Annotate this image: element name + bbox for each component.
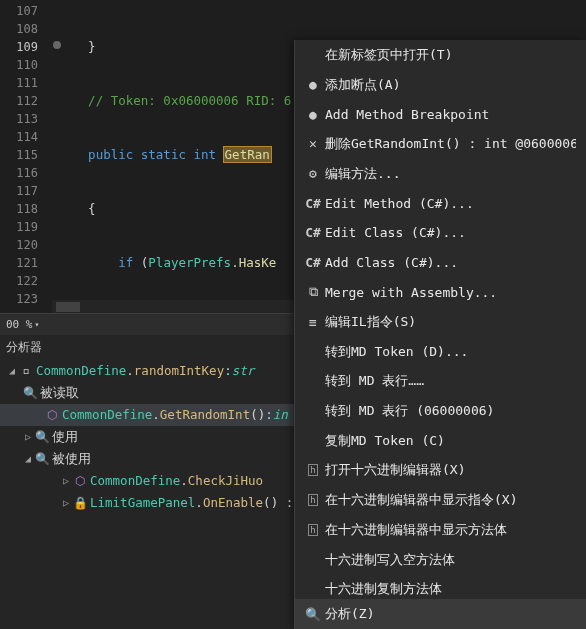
il-icon: ≡ bbox=[301, 315, 325, 330]
scrollbar-thumb[interactable] bbox=[56, 302, 80, 312]
menu-copy-md-token[interactable]: 复制MD Token (C) bbox=[295, 426, 586, 456]
menu-edit-class-cs[interactable]: C#Edit Class (C#)... bbox=[295, 218, 586, 248]
menu-merge-assembly[interactable]: ⧉Merge with Assembly... bbox=[295, 278, 586, 308]
menu-edit-method-cs[interactable]: C#Edit Method (C#)... bbox=[295, 188, 586, 218]
line-num: 115 bbox=[0, 146, 38, 164]
zoom-dropdown-icon[interactable]: ▾ bbox=[35, 320, 40, 329]
line-num: 112 bbox=[0, 92, 38, 110]
menu-show-body-hex[interactable]: 𝚑在十六进制编辑器中显示方法体 bbox=[295, 515, 586, 545]
menu-open-new-tab[interactable]: 在新标签页中打开(T) bbox=[295, 40, 586, 70]
line-num: 122 bbox=[0, 272, 38, 290]
search-icon: 🔍 bbox=[22, 382, 38, 404]
menu-write-empty-hex[interactable]: 十六进制写入空方法体 bbox=[295, 545, 586, 575]
code-text: } bbox=[58, 39, 96, 54]
search-icon: 🔍 bbox=[34, 426, 50, 448]
line-num: 120 bbox=[0, 236, 38, 254]
menu-edit-il[interactable]: ≡编辑IL指令(S) bbox=[295, 307, 586, 337]
expand-icon[interactable]: ▷ bbox=[22, 426, 34, 448]
menu-edit-method[interactable]: ⚙编辑方法... bbox=[295, 159, 586, 189]
csharp-icon: C# bbox=[301, 255, 325, 270]
csharp-icon: C# bbox=[301, 225, 325, 240]
field-icon: ▫ bbox=[18, 360, 34, 382]
breakpoint-icon: ● bbox=[301, 107, 325, 122]
menu-add-breakpoint[interactable]: ●添加断点(A) bbox=[295, 70, 586, 100]
menu-delete[interactable]: ✕删除GetRandomInt() : int @0600006 bbox=[295, 129, 586, 159]
search-icon: 🔍 bbox=[301, 607, 325, 622]
line-num: 111 bbox=[0, 74, 38, 92]
breakpoint-icon: ● bbox=[301, 77, 325, 92]
line-num-current: 109 bbox=[0, 38, 38, 56]
search-icon: 🔍 bbox=[34, 448, 50, 470]
line-num: 116 bbox=[0, 164, 38, 182]
delete-icon: ✕ bbox=[301, 136, 325, 151]
line-num: 117 bbox=[0, 182, 38, 200]
collapse-icon[interactable]: ◢ bbox=[6, 360, 18, 382]
gear-icon: ⚙ bbox=[301, 166, 325, 181]
hex-icon: 𝚑 bbox=[301, 464, 325, 476]
line-num: 107 bbox=[0, 2, 38, 20]
line-num: 118 bbox=[0, 200, 38, 218]
highlighted-method[interactable]: GetRan bbox=[224, 147, 271, 162]
context-menu: 在新标签页中打开(T) ●添加断点(A) ●Add Method Breakpo… bbox=[294, 40, 586, 629]
hex-icon: 𝚑 bbox=[301, 494, 325, 506]
lock-icon: 🔒 bbox=[72, 492, 88, 514]
collapse-icon[interactable]: ◢ bbox=[22, 448, 34, 470]
zoom-level[interactable]: 00 % bbox=[6, 318, 33, 331]
breakpoint-indicator[interactable] bbox=[53, 41, 61, 49]
menu-analyze[interactable]: 🔍分析(Z) bbox=[295, 599, 586, 629]
menu-goto-md-table-id[interactable]: 转到 MD 表行 (06000006) bbox=[295, 396, 586, 426]
line-num: 110 bbox=[0, 56, 38, 74]
line-num: 123 bbox=[0, 290, 38, 308]
merge-icon: ⧉ bbox=[301, 284, 325, 300]
line-num: 114 bbox=[0, 128, 38, 146]
hex-icon: 𝚑 bbox=[301, 524, 325, 536]
line-num: 119 bbox=[0, 218, 38, 236]
menu-open-hex[interactable]: 𝚑打开十六进制编辑器(X) bbox=[295, 456, 586, 486]
method-icon: ⬡ bbox=[72, 470, 88, 492]
menu-add-method-breakpoint[interactable]: ●Add Method Breakpoint bbox=[295, 99, 586, 129]
menu-goto-md-table[interactable]: 转到 MD 表行…… bbox=[295, 367, 586, 397]
menu-show-instr-hex[interactable]: 𝚑在十六进制编辑器中显示指令(X) bbox=[295, 485, 586, 515]
csharp-icon: C# bbox=[301, 196, 325, 211]
expand-icon[interactable]: ▷ bbox=[60, 470, 72, 492]
line-num: 121 bbox=[0, 254, 38, 272]
expand-icon[interactable]: ▷ bbox=[60, 492, 72, 514]
line-num: 113 bbox=[0, 110, 38, 128]
menu-add-class-cs[interactable]: C#Add Class (C#)... bbox=[295, 248, 586, 278]
line-num: 108 bbox=[0, 20, 38, 38]
method-icon: ⬡ bbox=[44, 404, 60, 426]
menu-goto-md-token[interactable]: 转到MD Token (D)... bbox=[295, 337, 586, 367]
